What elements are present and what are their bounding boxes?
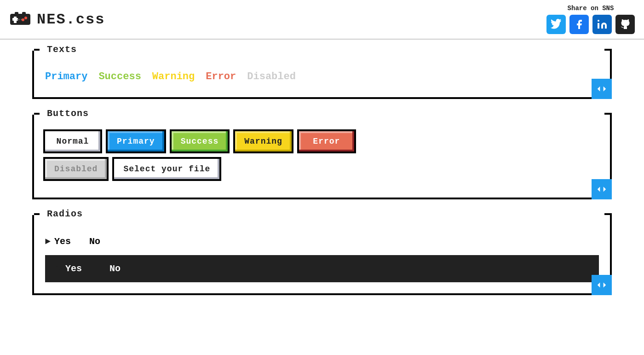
radio-yes-dark-label: Yes (65, 263, 82, 274)
buttons-panel-content: Normal Primary Success Warning Error Dis… (45, 131, 599, 179)
buttons-row-1: Normal Primary Success Warning Error (45, 131, 599, 151)
texts-panel-title: Texts (47, 44, 77, 55)
svg-rect-7 (15, 12, 18, 15)
buttons-panel: Buttons Normal Primary Success Warning E… (32, 113, 612, 199)
radios-light-row: ► Yes No (45, 232, 599, 251)
text-primary: Primary (45, 71, 87, 82)
text-success: Success (98, 71, 141, 82)
texts-panel-content: Primary Success Warning Error Disabled (45, 67, 599, 86)
radios-code-button[interactable] (592, 275, 612, 295)
radio-no-dark[interactable]: No (109, 263, 121, 274)
svg-rect-8 (22, 12, 26, 15)
texts-row: Primary Success Warning Error Disabled (45, 67, 599, 86)
buttons-row-2: Disabled Select your file (45, 159, 599, 179)
sns-icons-row (546, 15, 635, 34)
logo-title: NES.css (37, 11, 105, 28)
radio-no-dark-label: No (109, 263, 121, 274)
radio-yes-label: Yes (54, 236, 71, 247)
radio-yes-dark[interactable]: ► Yes (56, 263, 82, 274)
github-icon[interactable] (615, 15, 635, 34)
code-icon-3 (597, 280, 607, 290)
radios-panel-title: Radios (47, 209, 83, 219)
sns-label: Share on SNS (568, 5, 614, 12)
btn-success[interactable]: Success (172, 131, 228, 151)
texts-panel-title-wrapper: Texts (43, 44, 80, 55)
code-icon-2 (597, 184, 607, 194)
radios-panel-title-wrapper: Radios (43, 209, 86, 219)
texts-code-button[interactable] (592, 79, 612, 99)
svg-point-9 (598, 20, 599, 22)
btn-file[interactable]: Select your file (114, 159, 219, 179)
btn-disabled: Disabled (45, 159, 107, 179)
radio-yes-indicator: ► (45, 236, 51, 247)
text-disabled: Disabled (247, 71, 296, 82)
radio-yes-dark-indicator: ► (56, 263, 62, 274)
btn-warning[interactable]: Warning (235, 131, 292, 151)
buttons-panel-title-wrapper: Buttons (43, 108, 92, 119)
buttons-code-button[interactable] (592, 179, 612, 199)
radio-no-label: No (89, 236, 100, 247)
radios-panel-content: ► Yes No ► Yes No (45, 232, 599, 282)
buttons-panel-title: Buttons (47, 108, 89, 119)
texts-panel: Texts Primary Success Warning Error Disa… (32, 49, 612, 99)
svg-point-6 (22, 18, 24, 21)
radios-dark-row: ► Yes No (45, 255, 599, 282)
btn-normal[interactable]: Normal (45, 131, 100, 151)
text-warning: Warning (152, 71, 195, 82)
facebook-icon[interactable] (569, 15, 589, 34)
radios-panel: Radios ► Yes No ► Yes No (32, 213, 612, 295)
svg-rect-3 (17, 19, 20, 20)
svg-point-5 (24, 17, 27, 19)
header: NES.css Share on SNS (0, 0, 644, 40)
radio-yes-light[interactable]: ► Yes (45, 236, 71, 247)
radio-no-light[interactable]: No (89, 236, 100, 247)
logo-area: NES.css (9, 10, 105, 29)
svg-rect-2 (12, 18, 18, 21)
text-error: Error (206, 71, 236, 82)
code-icon (597, 84, 607, 94)
btn-primary[interactable]: Primary (108, 131, 164, 151)
twitter-icon[interactable] (546, 15, 566, 34)
nes-controller-icon (9, 10, 31, 29)
main-content: Texts Primary Success Warning Error Disa… (0, 40, 644, 318)
btn-error[interactable]: Error (299, 131, 354, 151)
linkedin-icon[interactable] (592, 15, 612, 34)
sns-area: Share on SNS (546, 5, 635, 34)
